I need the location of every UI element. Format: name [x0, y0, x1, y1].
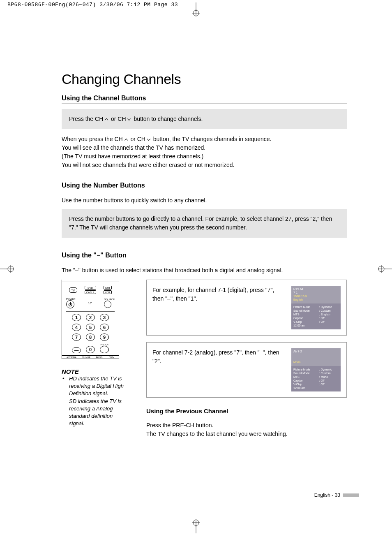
table-row: Sound Mode: Custom — [293, 309, 339, 313]
remote-btn-tv: TV — [69, 287, 77, 293]
p1-post: button, the TV changes channels in seque… — [153, 136, 272, 142]
remote-label-power: POWER — [66, 298, 76, 300]
remote-btn-8: 8 — [86, 334, 95, 341]
example-1-text: For example, for channel 7-1 (digital), … — [152, 286, 281, 303]
sec2-intro: Use the number buttons to quickly switch… — [62, 196, 347, 205]
remote-divider — [66, 311, 115, 312]
heading-dash-button: Using the "−" Button — [62, 252, 347, 261]
osd2-body: Picture Mode: Dynamic Sound Mode: Custom… — [291, 366, 341, 392]
remote-lbl-favch: FAV.CH — [96, 356, 103, 359]
remote-btn-dash: — — [72, 347, 81, 353]
svg-point-4 — [193, 520, 199, 526]
chevron-down-icon — [147, 137, 152, 142]
note-heading: NOTE — [62, 368, 127, 375]
box1-pre: Press the CH — [69, 116, 105, 122]
remote-btn-prech — [100, 346, 109, 353]
remote-btn-4: 4 — [72, 324, 81, 331]
remote-label-prech: PRE-CH — [100, 343, 109, 346]
table-row: Caption: Off — [293, 316, 339, 320]
p1-l4: You will not see channels that were eith… — [62, 162, 235, 168]
remote-btn-power: ⏻ — [66, 300, 74, 308]
osd-panel-2: Air 7-2 Mono Picture Mode: Dynamic Sound… — [291, 348, 341, 392]
p1-l3: (The TV must have memorized at least thr… — [62, 153, 203, 160]
note-body: HD indicates the TV is receiving a Digit… — [62, 375, 127, 427]
table-row: V-Chip: Off — [293, 382, 339, 386]
p1-mid: or CH — [130, 136, 147, 142]
osd-panel-1: DTV Air 7-1 1080i 16:9 English Picture M… — [291, 286, 341, 329]
p1-pre: When you press the CH — [62, 136, 125, 142]
sec4-body: Press the PRE-CH button. The TV changes … — [146, 421, 347, 438]
remote-illustration: TV DVD CABLE STB VCR POWER ⏻ • •• — [62, 282, 119, 356]
osd2-y2: Mono — [293, 361, 301, 364]
remote-label-source: SOURCE — [104, 298, 115, 301]
remote-btn-source — [104, 301, 111, 308]
remote-btn-cable: CABLE — [85, 290, 96, 294]
remote-btn-5: 5 — [86, 324, 95, 331]
remote-btn-7: 7 — [72, 334, 81, 341]
table-row: MTS: English — [293, 313, 339, 316]
remote-btn-6: 6 — [100, 324, 109, 331]
page-content: Changing Channels Using the Channel Butt… — [0, 9, 392, 484]
osd1-y2: English — [293, 298, 303, 301]
table-row: Picture Mode: Dynamic — [293, 305, 339, 309]
remote-led-dots: • ••••• — [88, 301, 92, 305]
footer-text: English - 33 — [314, 492, 340, 498]
osd1-l2: 7-1 — [293, 291, 297, 294]
table-row: Sound Mode: Custom — [293, 371, 339, 375]
remote-btn-dvd: DVD — [85, 286, 96, 290]
page-footer: English - 33 — [314, 492, 359, 498]
chevron-up-icon — [105, 117, 109, 122]
remote-bottom-labels: ANTENNA CH MGR FAV.CH DNSe — [62, 356, 119, 359]
sec4-l1: Press the PRE-CH button. — [146, 422, 213, 428]
instruction-box-2: Press the number buttons to go directly … — [62, 209, 347, 238]
chevron-up-icon — [125, 137, 129, 142]
box1-post: button to change channels. — [134, 116, 203, 122]
osd2-l1: Air 7-2 — [293, 350, 302, 353]
osd1-body: Picture Mode: Dynamic Sound Mode: Custom… — [291, 303, 341, 329]
sec3-intro: The "–" button is used to select station… — [62, 266, 347, 275]
crop-mark-bottom — [190, 519, 202, 533]
sec4-l2: The TV changes to the last channel you w… — [146, 431, 288, 437]
file-header-bar: BP68-00586F-00Eng(026~047) 3/30/06 7:12 … — [0, 0, 392, 9]
example-box-1: For example, for channel 7-1 (digital), … — [146, 280, 347, 336]
instruction-box-1: Press the CH or CH button to change chan… — [62, 109, 347, 129]
table-row: 12:00 am — [293, 386, 339, 390]
power-icon: ⏻ — [68, 302, 72, 307]
table-row: 12:00 am — [293, 324, 339, 327]
osd1-y1: 1080i 16:9 — [293, 295, 307, 298]
heading-channel-buttons: Using the Channel Buttons — [62, 95, 347, 104]
osd1-l1: DTV Air — [293, 287, 303, 290]
p1-l2: You will see all the channels that the T… — [62, 144, 205, 151]
remote-btn-vcr: VCR — [104, 290, 112, 294]
remote-btn-9: 9 — [100, 334, 109, 341]
remote-btn-0: 0 — [86, 346, 95, 353]
table-row: V-Chip: Off — [293, 320, 339, 324]
remote-btn-3: 3 — [100, 314, 109, 321]
remote-btn-2: 2 — [86, 314, 95, 321]
remote-btn-stb: STB — [104, 286, 112, 290]
footer-bar — [343, 493, 359, 497]
table-row: MTS: Mono — [293, 375, 339, 379]
example-box-2: For channel 7-2 (analog), press "7", the… — [146, 342, 347, 398]
paragraph-1: When you press the CH or CH button, the … — [62, 135, 347, 169]
heading-previous-channel: Using the Previous Channel — [146, 408, 347, 416]
page-title: Changing Channels — [62, 71, 347, 87]
chevron-down-icon — [127, 117, 132, 122]
remote-lbl-dnse: DNSe — [109, 356, 114, 359]
box1-mid: or CH — [111, 116, 127, 122]
example-2-text: For channel 7-2 (analog), press "7", the… — [152, 348, 281, 366]
remote-lbl-antenna: ANTENNA — [67, 356, 76, 359]
heading-number-buttons: Using the Number Buttons — [62, 182, 347, 191]
table-row: Picture Mode: Dynamic — [293, 368, 339, 371]
remote-btn-1: 1 — [72, 314, 81, 321]
remote-lbl-chmgr: CH MGR — [82, 356, 90, 359]
table-row: Caption: Off — [293, 379, 339, 382]
